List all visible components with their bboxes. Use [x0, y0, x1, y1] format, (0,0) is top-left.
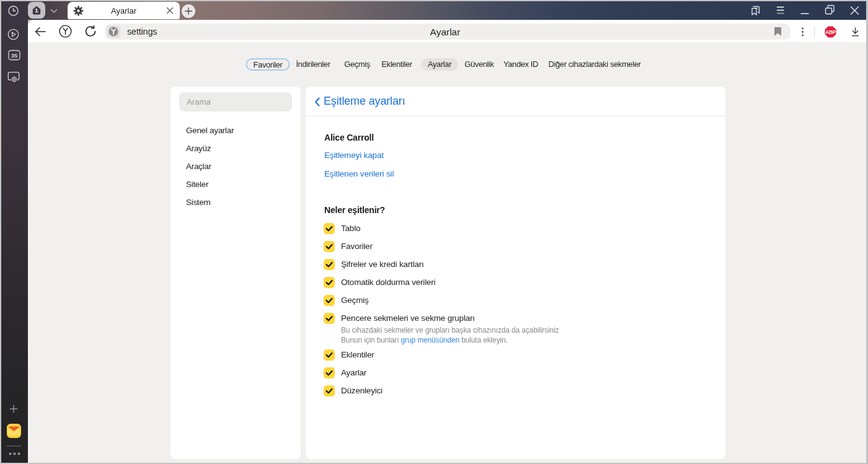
svg-text:ABP: ABP	[825, 30, 836, 35]
svg-text:1: 1	[35, 7, 38, 14]
